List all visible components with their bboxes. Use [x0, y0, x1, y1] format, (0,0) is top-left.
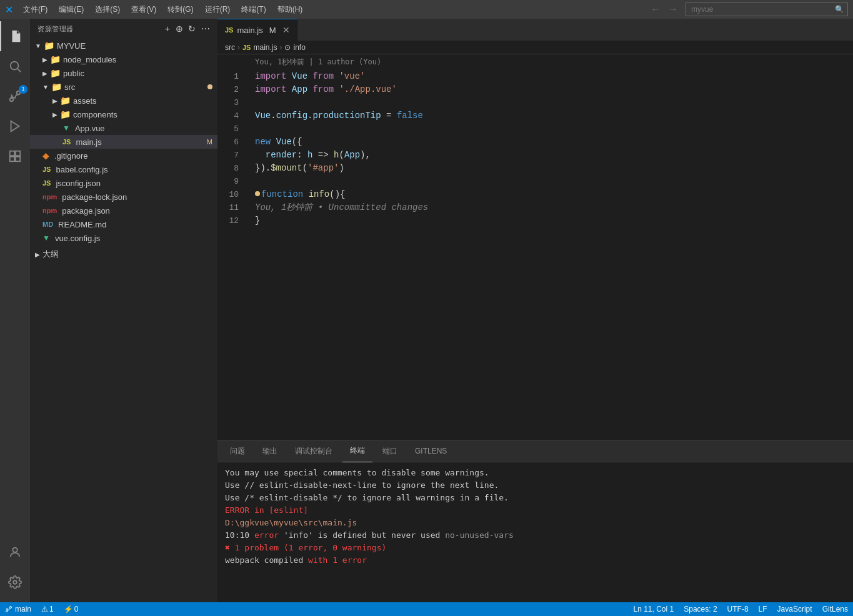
folder-icon: 📁	[50, 54, 61, 64]
activity-settings[interactable]	[0, 567, 30, 597]
tree-item-package-json[interactable]: npm package.json	[30, 204, 217, 217]
breadcrumb-src[interactable]: src	[225, 43, 235, 52]
tab-main-js[interactable]: JS main.js M ✕	[217, 19, 298, 41]
activity-extensions[interactable]	[0, 141, 30, 171]
tree-item-src[interactable]: ▼ 📁 src	[30, 80, 217, 94]
menu-edit[interactable]: 编辑(E)	[54, 3, 89, 16]
activity-account[interactable]	[0, 537, 30, 567]
search-input[interactable]	[686, 2, 848, 16]
terminal-summary: ✖ 1 problem (1 error, 0 warnings)	[225, 542, 846, 554]
tree-item-gitignore[interactable]: ◆ .gitignore	[30, 149, 217, 162]
status-eol[interactable]: LF	[754, 602, 772, 616]
breadcrumb: src › JS main.js › ⊙ info	[217, 41, 853, 54]
line-number: 1	[217, 70, 249, 83]
vue-file-icon: ▼	[42, 234, 50, 242]
line-content: render: h => h(App),	[255, 149, 853, 162]
menu-file[interactable]: 文件(F)	[18, 3, 52, 16]
menu-goto[interactable]: 转到(G)	[162, 3, 198, 16]
line-number: 10	[217, 188, 249, 201]
panel-tab-terminal[interactable]: 终端	[342, 440, 372, 462]
js-file-icon: JS	[42, 179, 51, 187]
vue-file-icon: ▼	[62, 124, 70, 132]
code-editor[interactable]: 1 import Vue from 'vue' 2 import App fro…	[217, 70, 853, 440]
tree-item-assets[interactable]: ▶ 📁 assets	[30, 94, 217, 107]
menu-help[interactable]: 帮助(H)	[272, 3, 308, 16]
sidebar: 资源管理器 + ⊕ ↻ ⋯ ▼ 📁 MYVUE ▶ 📁 node_modules	[30, 19, 217, 602]
menu-view[interactable]: 查看(V)	[126, 3, 161, 16]
modified-dot	[207, 84, 212, 89]
tab-close-button[interactable]: ✕	[282, 25, 290, 35]
svg-line-1	[17, 69, 21, 72]
tab-modified-indicator: M	[269, 26, 276, 35]
status-errors[interactable]: ⚠1	[36, 602, 59, 616]
breadcrumb-mainjs[interactable]: main.js	[253, 43, 277, 52]
folder-arrow-icon: ▶	[52, 97, 57, 104]
terminal-line: Use /* eslint-disable */ to ignore all w…	[225, 492, 846, 504]
svg-rect-6	[16, 151, 20, 156]
menu-run[interactable]: 运行(R)	[200, 3, 236, 16]
terminal-line: You may use special comments to disable …	[225, 467, 846, 479]
tree-item-vue-config[interactable]: ▼ vue.config.js	[30, 231, 217, 245]
tree-item-babel-config[interactable]: JS babel.config.js	[30, 162, 217, 176]
panel-tab-gitlens[interactable]: GITLENS	[407, 440, 454, 462]
code-line-9: 9	[217, 175, 853, 188]
status-gitlens[interactable]: GitLens	[817, 602, 853, 616]
js-file-icon: JS	[42, 166, 51, 173]
tree-label: babel.config.js	[56, 165, 217, 174]
tree-root-myvue[interactable]: ▼ 📁 MYVUE	[30, 39, 217, 52]
panel-tab-ports[interactable]: 端口	[375, 440, 405, 462]
nav-forward-button[interactable]: →	[666, 2, 681, 16]
tree-label: jsconfig.json	[56, 179, 217, 188]
panel-content[interactable]: You may use special comments to disable …	[217, 462, 853, 602]
tree-label: vue.config.js	[55, 234, 217, 243]
tab-js-icon: JS	[225, 26, 233, 34]
status-spaces[interactable]: Spaces: 2	[679, 602, 722, 616]
tree-item-app-vue[interactable]: ▼ App.vue	[30, 121, 217, 135]
refresh-icon[interactable]: ↻	[188, 24, 196, 34]
code-line-2: 2 import App from './App.vue'	[217, 83, 853, 96]
tree-item-package-lock[interactable]: npm package-lock.json	[30, 190, 217, 204]
tree-item-main-js[interactable]: JS main.js M	[30, 135, 217, 149]
terminal-webpack: webpack compiled with 1 error	[225, 555, 846, 566]
activity-run[interactable]	[0, 111, 30, 141]
status-encoding[interactable]: UTF-8	[722, 602, 754, 616]
tree-item-public[interactable]: ▶ 📁 public	[30, 66, 217, 80]
line-content: Vue.config.productionTip = false	[255, 109, 853, 122]
line-content: new Vue({	[255, 136, 853, 149]
line-content: import Vue from 'vue'	[255, 70, 853, 83]
activity-source-control[interactable]: 1	[0, 81, 30, 111]
menu-select[interactable]: 选择(S)	[90, 3, 125, 16]
tree-item-components[interactable]: ▶ 📁 components	[30, 107, 217, 121]
status-language[interactable]: JavaScript	[772, 602, 817, 616]
status-warnings[interactable]: ⚡0	[59, 602, 84, 616]
tree-label: package-lock.json	[62, 192, 217, 202]
code-line-8: 8 }).$mount('#app')	[217, 162, 853, 175]
js-file-icon: JS	[62, 138, 71, 146]
panel-tab-debug[interactable]: 调试控制台	[287, 440, 340, 462]
status-cursor[interactable]: Ln 11, Col 1	[629, 602, 679, 616]
nav-back-button[interactable]: ←	[648, 2, 663, 16]
panel-tab-output[interactable]: 输出	[255, 440, 285, 462]
tree-outline-section[interactable]: ▶ 大纲	[30, 247, 217, 261]
panel-tab-problems[interactable]: 问题	[222, 440, 252, 462]
new-file-icon[interactable]: +	[165, 24, 171, 34]
yellow-dot-decoration	[255, 191, 260, 196]
breadcrumb-info[interactable]: info	[293, 43, 305, 52]
collapse-icon[interactable]: ⋯	[201, 24, 211, 34]
folder-arrow-icon: ▶	[52, 111, 57, 118]
code-line-5: 5	[217, 122, 853, 136]
menu-bar-left: ✕ 文件(F) 编辑(E) 选择(S) 查看(V) 转到(G) 运行(R) 终端…	[5, 3, 307, 16]
tree-label-main-js: main.js	[76, 137, 204, 147]
folder-icon: 📁	[60, 96, 71, 106]
new-folder-icon[interactable]: ⊕	[176, 24, 184, 34]
tree-item-readme[interactable]: MD README.md	[30, 217, 217, 231]
tree-item-jsconfig[interactable]: JS jsconfig.json	[30, 176, 217, 190]
modified-badge: M	[207, 138, 217, 146]
activity-search[interactable]	[0, 51, 30, 81]
activity-files[interactable]	[0, 21, 30, 51]
tree-item-node-modules[interactable]: ▶ 📁 node_modules	[30, 52, 217, 66]
status-branch[interactable]: main	[0, 602, 36, 616]
code-line-4: 4 Vue.config.productionTip = false	[217, 109, 853, 122]
menu-terminal[interactable]: 终端(T)	[236, 3, 271, 16]
code-line-6: 6 new Vue({	[217, 136, 853, 149]
